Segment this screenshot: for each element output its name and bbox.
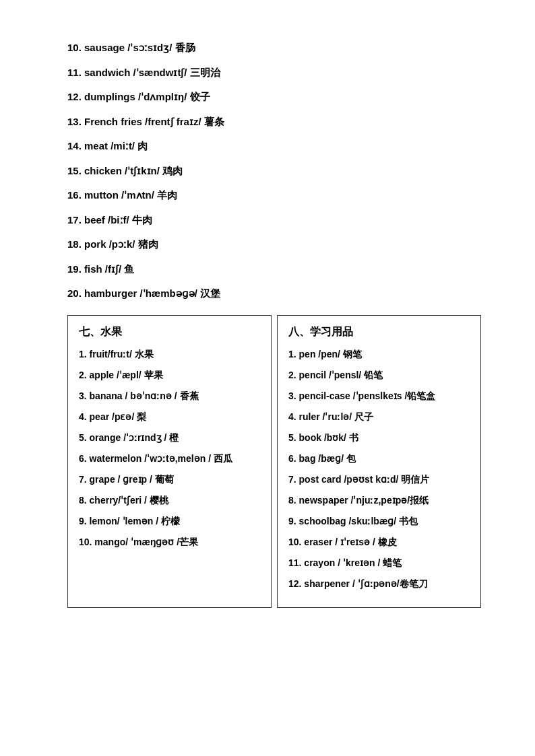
supplies-item: 11. crayon / ˈkreɪən / 蜡笔 [288,556,470,570]
fruit-item: 1. fruit/fruːt/ 水果 [79,347,260,362]
fruit-item: 8. cherry/ˈtʃeri / 樱桃 [79,493,260,508]
supplies-item: 7. post card /pəʊst kɑːd/ 明信片 [288,473,470,487]
vocab-item-12: 12. dumplings /ˈdʌmplɪŋ/ 饺子 [67,90,481,105]
fruit-item: 2. apple /ˈæpl/ 苹果 [79,368,260,382]
fruit-item: 4. pear /pɛə/ 梨 [79,410,260,424]
supplies-title: 八、学习用品 [288,325,470,339]
vocab-item-15: 15. chicken /ˈtʃɪkɪn/ 鸡肉 [67,164,481,179]
supplies-item: 10. eraser / ɪˈreɪsə / 橡皮 [288,535,470,549]
two-column-section: 七、水果 1. fruit/fruːt/ 水果2. apple /ˈæpl/ 苹… [67,315,481,608]
vocab-item-16: 16. mutton /ˈmʌtn/ 羊肉 [67,188,481,203]
fruit-title: 七、水果 [79,325,260,339]
supplies-items: 1. pen /pen/ 钢笔2. pencil /ˈpensl/ 铅笔3. p… [288,347,470,591]
supplies-item: 1. pen /pen/ 钢笔 [288,347,470,362]
supplies-item: 12. sharpener / ˈʃɑːpənə/卷笔刀 [288,577,470,591]
vocab-item-10: 10. sausage /ˈsɔːsɪdʒ/ 香肠 [67,40,481,56]
vocab-item-11: 11. sandwich /ˈsændwɪtʃ/ 三明治 [67,65,481,81]
fruit-items: 1. fruit/fruːt/ 水果2. apple /ˈæpl/ 苹果3. b… [79,347,260,549]
vocab-item-17: 17. beef /biːf/ 牛肉 [67,213,481,228]
supplies-item: 2. pencil /ˈpensl/ 铅笔 [288,368,470,382]
fruit-item: 6. watermelon /ˈwɔːtə,melən / 西瓜 [79,452,260,466]
fruit-section: 七、水果 1. fruit/fruːt/ 水果2. apple /ˈæpl/ 苹… [67,315,272,608]
vocab-item-13: 13. French fries /frentʃ fraɪz/ 薯条 [67,114,481,130]
supplies-item: 9. schoolbag /skuːlbæɡ/ 书包 [288,514,470,528]
supplies-item: 6. bag /bæɡ/ 包 [288,452,470,466]
vocab-item-18: 18. pork /pɔːk/ 猪肉 [67,237,481,252]
supplies-item: 3. pencil-case /ˈpenslkeɪs /铅笔盒 [288,389,470,403]
supplies-section: 八、学习用品 1. pen /pen/ 钢笔2. pencil /ˈpensl/… [277,315,481,608]
vocab-item-19: 19. fish /fɪʃ/ 鱼 [67,262,481,277]
vocab-item-14: 14. meat /miːt/ 肉 [67,139,481,154]
supplies-item: 5. book /bʊk/ 书 [288,431,470,445]
vocab-item-20: 20. hamburger /ˈhæmbəɡə/ 汉堡 [67,286,481,302]
supplies-item: 4. ruler /ˈruːlə/ 尺子 [288,410,470,424]
supplies-item: 8. newspaper /ˈnjuːz,peɪpə/报纸 [288,493,470,508]
fruit-item: 10. mango/ ˈmæŋɡəʊ /芒果 [79,535,260,549]
top-vocab-list: 10. sausage /ˈsɔːsɪdʒ/ 香肠11. sandwich /ˈ… [67,40,481,302]
fruit-item: 9. lemon/ ˈlemən / 柠檬 [79,514,260,528]
fruit-item: 7. grape / ɡreɪp / 葡萄 [79,473,260,487]
fruit-item: 5. orange /ˈɔːrɪndʒ / 橙 [79,431,260,445]
fruit-item: 3. banana / bəˈnɑːnə / 香蕉 [79,389,260,403]
